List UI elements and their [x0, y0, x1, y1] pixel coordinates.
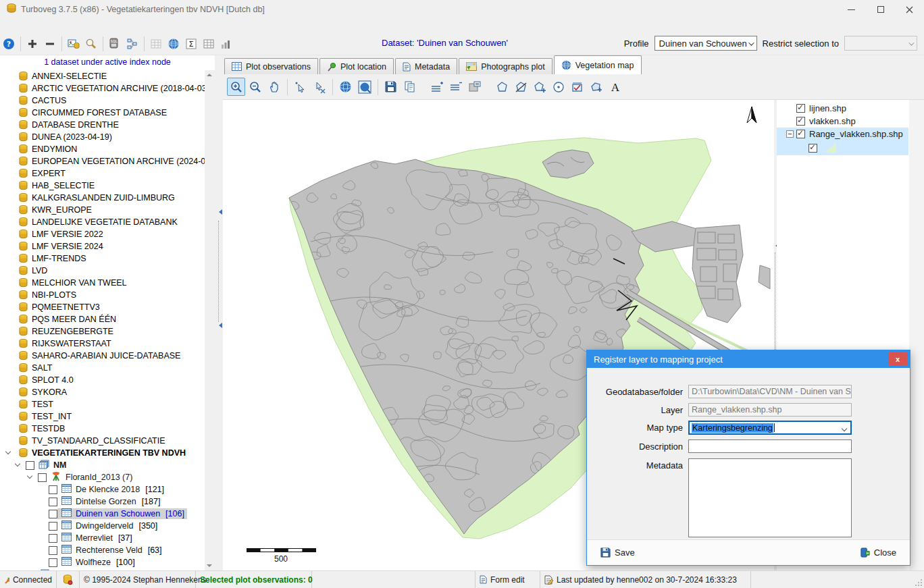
splitter-handle[interactable]: [218, 221, 219, 322]
nm-checkbox[interactable]: [26, 461, 34, 470]
survey-item[interactable]: Duinen van Schouwen [106]: [0, 508, 205, 520]
collapse-minus-icon[interactable]: [786, 130, 794, 138]
dialog-title-bar[interactable]: Register layer to mapping project x: [587, 350, 910, 368]
survey-checkbox[interactable]: [49, 558, 57, 567]
layer-symbology-row[interactable]: [777, 140, 908, 155]
menu-item[interactable]: [112, 24, 126, 27]
layer-item[interactable]: Range_vlakken.shp.shp: [777, 128, 908, 140]
database-item[interactable]: ANNEXI-SELECTIE: [0, 70, 205, 82]
web-button[interactable]: [165, 35, 182, 53]
database-item[interactable]: HAB_SELECTIE: [0, 180, 205, 192]
database-item[interactable]: SPLOT 4.0: [0, 374, 205, 386]
database-item[interactable]: MELCHIOR VAN TWEEL: [0, 277, 205, 289]
survey-checkbox[interactable]: [49, 522, 57, 531]
remove-level-button[interactable]: [446, 78, 465, 96]
menu-item[interactable]: [4, 24, 18, 27]
database-item[interactable]: DUNEA (2023-04-19): [0, 131, 205, 143]
save-button[interactable]: Save: [596, 545, 639, 560]
metadata-field[interactable]: [688, 458, 852, 537]
database-item[interactable]: SYKORA: [0, 386, 205, 398]
tab-plot-observations[interactable]: Plot observations: [224, 58, 318, 74]
database-item[interactable]: TV_STANDAARD_CLASSIFICATIE: [0, 435, 205, 447]
zoom-in-button[interactable]: [227, 78, 245, 96]
database-item[interactable]: LMF VERSIE 2024: [0, 240, 205, 252]
label-tool-button[interactable]: A: [606, 78, 624, 96]
clear-selection-button[interactable]: [310, 78, 328, 96]
database-item[interactable]: LMF VERSIE 2022: [0, 228, 205, 240]
database-item[interactable]: EXPERT: [0, 167, 205, 180]
tab-metadata[interactable]: Metadata: [395, 58, 457, 74]
database-item[interactable]: ENDYMION: [0, 143, 205, 155]
database-item[interactable]: PQS MEER DAN ÉÉN: [0, 313, 205, 325]
menu-item[interactable]: [58, 24, 72, 27]
layer-checkbox[interactable]: [796, 104, 805, 113]
database-item[interactable]: TEST_INT: [0, 410, 205, 423]
save-map-button[interactable]: [382, 78, 400, 96]
tab-photographs-plot[interactable]: Photographs plot: [459, 58, 553, 74]
scroll-up-icon[interactable]: [207, 74, 212, 76]
database-item[interactable]: PQMEETNETTV3: [0, 301, 205, 313]
collapse-arrow-icon[interactable]: [216, 209, 222, 215]
zoom-out-button[interactable]: [246, 78, 264, 96]
database-item[interactable]: SALT: [0, 362, 205, 374]
database-item[interactable]: NBI-PLOTS: [0, 289, 205, 301]
layer-checkbox[interactable]: [796, 117, 805, 126]
database-item[interactable]: SAHARO-ARABIAN JUICE-DATABASE: [0, 350, 205, 362]
sidebar-splitter[interactable]: [215, 55, 223, 570]
database-item[interactable]: TESTDB: [0, 423, 205, 435]
survey-item[interactable]: Merrevliet [37]: [0, 532, 205, 544]
polygon-import-button[interactable]: [587, 78, 605, 96]
circle-tool-button[interactable]: [549, 78, 567, 96]
layer-panel-scroll-strip[interactable]: [909, 100, 924, 570]
survey-checkbox[interactable]: [49, 498, 57, 506]
tab-vegetation-map[interactable]: Vegetation map: [554, 55, 642, 74]
database-item[interactable]: KWR_EUROPE: [0, 204, 205, 216]
description-field[interactable]: [688, 439, 852, 453]
database-item[interactable]: RIJKSWATERSTAAT: [0, 338, 205, 350]
database-item[interactable]: LANDELIJKE VEGETATIE DATABANK: [0, 216, 205, 228]
survey-checkbox[interactable]: [49, 534, 57, 543]
survey-checkbox[interactable]: [49, 510, 57, 518]
database-item[interactable]: LMF-TRENDS: [0, 252, 205, 265]
database-item[interactable]: VEGETATIEKARTERINGEN TBV NDVH: [0, 447, 205, 459]
chart-button[interactable]: [217, 35, 235, 53]
sidebar-scrollbar[interactable]: [205, 70, 215, 570]
menu-item[interactable]: [99, 24, 112, 27]
close-dialog-button[interactable]: Close: [856, 545, 900, 560]
close-button[interactable]: [895, 0, 924, 19]
statistics-button[interactable]: Σ: [182, 35, 200, 53]
full-extent-button[interactable]: [336, 78, 355, 96]
map-type-select[interactable]: Karteringsbegrenzing: [688, 421, 852, 435]
sql-button[interactable]: SQL: [106, 35, 124, 53]
edit-database-button[interactable]: [65, 35, 82, 53]
survey-item[interactable]: Dwingelderveld [350]: [0, 520, 205, 532]
database-item[interactable]: REUZENGEBERGTE: [0, 325, 205, 338]
add-button[interactable]: [24, 35, 41, 53]
tree-node-floran[interactable]: FloranId_2013 (7): [0, 471, 205, 483]
select-feature-button[interactable]: [291, 78, 309, 96]
grid-button[interactable]: [200, 35, 217, 53]
layer-item[interactable]: vlakken.shp: [777, 115, 924, 128]
maximize-button[interactable]: [866, 0, 895, 19]
tree-node-nm[interactable]: NM: [0, 459, 205, 471]
polygon-validate-button[interactable]: [568, 78, 586, 96]
table-view-button[interactable]: [147, 35, 165, 53]
layer-item[interactable]: lijnen.shp: [777, 102, 924, 115]
database-item[interactable]: TEST: [0, 398, 205, 410]
polygon-cut-button[interactable]: [511, 78, 530, 96]
database-item[interactable]: ARCTIC VEGETATION ARCHIVE (2018-04-03): [0, 82, 205, 95]
zoom-to-layer-button[interactable]: [355, 78, 374, 96]
collapse-arrow-icon[interactable]: [216, 323, 222, 328]
browse-button[interactable]: [82, 35, 100, 53]
menu-item[interactable]: [85, 24, 99, 27]
copy-map-button[interactable]: [401, 78, 419, 96]
menu-item[interactable]: [31, 24, 45, 27]
menu-item[interactable]: [18, 24, 31, 27]
polygon-add-button[interactable]: [530, 78, 548, 96]
database-item[interactable]: DATABASE DRENTHE: [0, 119, 205, 131]
database-item[interactable]: CIRCUMMED FOREST DATABASE: [0, 107, 205, 119]
pan-button[interactable]: [265, 78, 283, 96]
survey-checkbox[interactable]: [49, 485, 57, 494]
database-item[interactable]: KALKGRASLANDEN ZUID-LIMBURG: [0, 192, 205, 204]
layer-checkbox[interactable]: [796, 130, 805, 138]
